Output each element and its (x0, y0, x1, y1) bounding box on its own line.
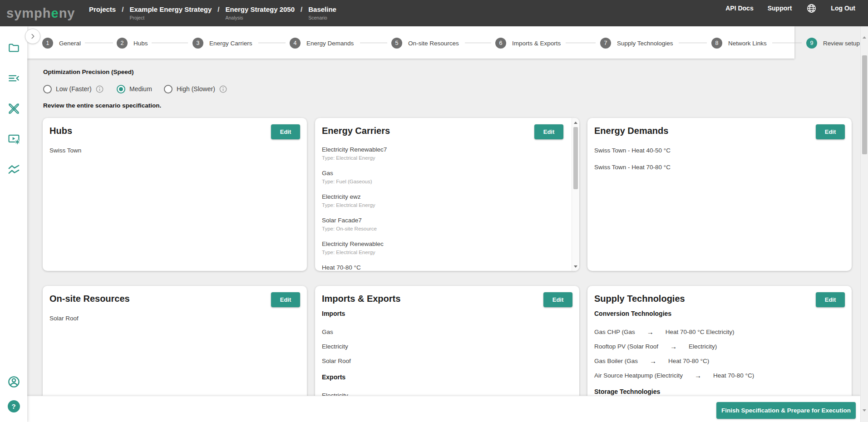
import-item: Gas (322, 329, 572, 336)
step-number: 8 (711, 38, 722, 49)
breadcrumb-project[interactable]: Example Energy Strategy Project (129, 5, 212, 21)
edit-supply-technologies-button[interactable]: Edit (816, 292, 845, 307)
step-connector (679, 43, 707, 43)
energy-demands-card-title: Energy Demands (594, 126, 668, 136)
edit-onsite-resources-button[interactable]: Edit (271, 292, 300, 307)
optimization-precision-label: Optimization Precision (Speed) (43, 69, 134, 75)
resource-item: Solar Roof (49, 315, 79, 322)
step-connector (152, 43, 188, 43)
step-connector (360, 43, 387, 43)
exports-heading: Exports (322, 373, 572, 381)
breadcrumb-projects[interactable]: Projects (89, 5, 116, 21)
breadcrumb-sublabel: Project (129, 15, 212, 20)
support-link[interactable]: Support (768, 5, 792, 12)
conversion-item: Air Source Heatpump (Electricity → Heat … (594, 372, 845, 379)
list-item: Electricity Renewablec7 Type: Electrical… (322, 146, 561, 170)
language-globe-icon[interactable] (806, 3, 817, 14)
step-energy-demands[interactable]: 4 Energy Demands (290, 38, 354, 49)
breadcrumb-label[interactable]: Projects (89, 5, 116, 14)
step-number: 2 (117, 38, 128, 49)
storage-technologies-heading: Storage Technologies (594, 388, 845, 396)
radio-option-low[interactable]: Low (Faster) (43, 84, 104, 94)
design-tools-icon[interactable] (3, 98, 24, 119)
breadcrumb-label[interactable]: Example Energy Strategy (129, 5, 212, 14)
radio-medium-selected[interactable] (117, 85, 125, 93)
info-icon[interactable] (96, 85, 104, 93)
step-general[interactable]: 1 General (42, 38, 81, 49)
step-label: Energy Carriers (209, 40, 252, 47)
radio-label[interactable]: Medium (129, 85, 152, 93)
conversion-output: Heat 70-80 °C) (713, 372, 754, 379)
breadcrumb-label[interactable]: Energy Strategy 2050 (225, 5, 295, 14)
arrow-icon: → (670, 343, 677, 350)
hubs-card-title: Hubs (49, 126, 72, 136)
stepper-expand-chevron-icon[interactable] (25, 29, 40, 44)
radio-high[interactable] (164, 85, 173, 93)
step-connector (85, 43, 113, 43)
api-docs-link[interactable]: API Docs (725, 5, 753, 12)
step-imports-exports[interactable]: 6 Imports & Exports (495, 38, 561, 49)
scroll-down-icon[interactable] (572, 263, 579, 270)
imports-exports-body: Imports Gas Electricity Solar Roof Expor… (322, 310, 572, 399)
radio-label[interactable]: High (Slower) (177, 85, 215, 93)
radio-low[interactable] (43, 85, 52, 93)
page-scrollbar[interactable] (860, 26, 868, 422)
results-icon[interactable] (3, 159, 24, 180)
demand-item: Swiss Town - Heat 70-80 °C (594, 164, 671, 171)
logo-text-end: ny (59, 6, 75, 20)
step-number: 5 (391, 38, 402, 49)
breadcrumb-sublabel: Scenario (308, 15, 336, 20)
step-supply-technologies[interactable]: 7 Supply Technologies (600, 38, 673, 49)
step-connector (258, 43, 286, 43)
step-label: Review setup (823, 40, 860, 47)
carrier-type: Type: Electrical Energy (322, 155, 561, 161)
log-out-link[interactable]: Log Out (831, 5, 855, 12)
carrier-name: Solar Facade7 (322, 217, 561, 224)
logo-text: symph (6, 6, 51, 20)
radio-label[interactable]: Low (Faster) (56, 85, 92, 93)
scroll-up-icon[interactable] (863, 29, 866, 37)
scrollbar-thumb[interactable] (862, 55, 867, 154)
breadcrumb-analysis[interactable]: Energy Strategy 2050 Analysis (225, 5, 295, 21)
step-label: Network Links (728, 40, 767, 47)
edit-energy-carriers-button[interactable]: Edit (534, 124, 563, 139)
folder-icon[interactable] (3, 37, 24, 58)
conversion-output: Electricity) (689, 343, 717, 350)
account-icon[interactable] (3, 371, 24, 392)
carrier-type: Type: On-site Resource (322, 226, 561, 232)
scroll-down-icon[interactable] (863, 412, 866, 420)
step-hubs[interactable]: 2 Hubs (117, 38, 148, 49)
list-item: Electricity ewz Type: Electrical Energy (322, 193, 561, 217)
energy-demands-card: Energy Demands Edit Swiss Town - Heat 40… (587, 118, 852, 271)
energy-carriers-card: Energy Carriers Edit Electricity Renewab… (315, 118, 579, 271)
energy-carriers-list: Electricity Renewablec7 Type: Electrical… (322, 146, 561, 271)
radio-option-medium[interactable]: Medium (117, 84, 152, 94)
card-scrollbar[interactable] (572, 118, 579, 271)
sympheny-logo: sympheny (0, 0, 89, 20)
scroll-up-icon[interactable] (572, 119, 579, 126)
radio-option-high[interactable]: High (Slower) (164, 84, 227, 94)
list-item: Electricity Renewablec Type: Electrical … (322, 240, 561, 264)
edit-energy-demands-button[interactable]: Edit (816, 124, 845, 139)
edit-imports-exports-button[interactable]: Edit (543, 292, 572, 307)
scrollbar-thumb[interactable] (573, 127, 578, 189)
menu-open-icon[interactable] (3, 68, 24, 88)
help-icon[interactable]: ? (3, 396, 24, 417)
edit-hubs-button[interactable]: Edit (271, 124, 300, 139)
finish-specification-button[interactable]: Finish Specification & Prepare for Execu… (716, 402, 856, 419)
step-energy-carriers[interactable]: 3 Energy Carriers (192, 38, 252, 49)
step-label: Hubs (133, 40, 148, 47)
step-network-links[interactable]: 8 Network Links (711, 38, 767, 49)
breadcrumb-scenario[interactable]: Baseline Scenario (308, 5, 336, 21)
info-icon[interactable] (219, 85, 227, 93)
step-review-setup[interactable]: 9 Review setup (806, 38, 860, 49)
breadcrumb-label[interactable]: Baseline (308, 5, 336, 14)
carrier-type: Type: Electrical Energy (322, 250, 561, 255)
sidebar: ? (0, 26, 27, 422)
run-settings-icon[interactable] (3, 128, 24, 149)
arrow-icon: → (647, 329, 654, 336)
import-item: Electricity (322, 343, 572, 350)
step-label: Supply Technologies (617, 40, 673, 47)
arrow-icon: → (650, 358, 656, 365)
step-onsite-resources[interactable]: 5 On-site Resources (391, 38, 459, 49)
